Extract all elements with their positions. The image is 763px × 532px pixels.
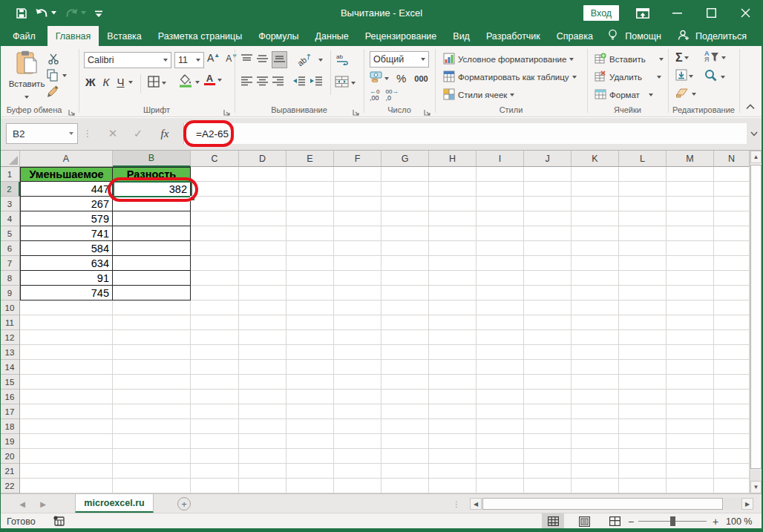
delete-cells-button[interactable]: Удалить: [595, 70, 663, 84]
number-format-dropdown-icon[interactable]: [421, 58, 425, 61]
sheet-tab-active[interactable]: microexcel.ru: [75, 494, 154, 513]
scroll-up-icon[interactable]: ▲: [750, 151, 762, 163]
cell-A6[interactable]: 584: [20, 241, 113, 256]
cell-A2[interactable]: 447: [20, 182, 113, 197]
underline-button[interactable]: Ч: [117, 76, 124, 88]
column-header-J[interactable]: J: [524, 151, 572, 167]
format-painter-icon[interactable]: [47, 85, 59, 101]
sheet-nav-left-icon[interactable]: ◀: [16, 494, 29, 513]
scroll-down-icon[interactable]: ▼: [750, 481, 762, 493]
cell-A4[interactable]: 579: [20, 211, 113, 226]
find-dropdown-icon[interactable]: [721, 76, 725, 79]
cell-B3[interactable]: [113, 197, 191, 211]
expand-formula-bar-icon[interactable]: [747, 127, 761, 140]
alignment-dialog-launcher-icon[interactable]: [353, 106, 360, 114]
assistant-tab[interactable]: Помощн: [625, 31, 661, 42]
row-header-13[interactable]: 13: [0, 345, 20, 360]
cell-A3[interactable]: 267: [20, 197, 113, 211]
percent-style-button[interactable]: %: [396, 72, 406, 85]
row-header-14[interactable]: 14: [0, 360, 20, 375]
increase-indent-icon[interactable]: [310, 76, 322, 89]
format-as-table-button[interactable]: Форматировать как таблицу: [443, 70, 577, 84]
orientation-dropdown-icon[interactable]: [318, 59, 323, 62]
column-header-L[interactable]: L: [619, 151, 667, 167]
cut-icon[interactable]: [48, 53, 60, 68]
paste-button[interactable]: Вставить: [12, 50, 42, 105]
ribbon-tab[interactable]: Вид: [445, 26, 478, 46]
row-header-10[interactable]: 10: [0, 301, 20, 315]
conditional-formatting-button[interactable]: Условное форматирование: [443, 53, 574, 66]
font-name-combo[interactable]: Calibri: [84, 52, 171, 68]
tabbar-splitter[interactable]: ⋮: [453, 497, 459, 510]
ribbon-tab[interactable]: Разметка страницы: [150, 26, 250, 46]
name-box[interactable]: B2: [6, 123, 78, 144]
cell-B9[interactable]: [113, 286, 191, 301]
row-header-21[interactable]: 21: [0, 464, 20, 479]
ribbon-tab[interactable]: Рецензирование: [357, 26, 445, 46]
italic-button[interactable]: К: [103, 76, 110, 88]
fill-handle[interactable]: [190, 196, 195, 201]
wrap-text-icon[interactable]: ab: [336, 53, 349, 68]
vertical-scrollbar[interactable]: ▲ ▼: [750, 151, 762, 493]
scroll-right-icon[interactable]: ▶: [741, 498, 753, 510]
name-box-dropdown-icon[interactable]: [69, 132, 73, 135]
maximize-button[interactable]: [698, 0, 724, 26]
row-header-20[interactable]: 20: [0, 449, 20, 464]
insert-function-icon[interactable]: fx: [154, 123, 175, 144]
align-top-icon[interactable]: [241, 53, 252, 67]
row-header-11[interactable]: 11: [0, 315, 20, 330]
row-header-7[interactable]: 7: [0, 256, 20, 271]
decrease-indent-icon[interactable]: [292, 76, 305, 89]
sort-filter-icon[interactable]: А Я: [704, 51, 719, 64]
fill-down-dropdown-icon[interactable]: [689, 75, 693, 78]
font-dialog-launcher-icon[interactable]: [223, 106, 231, 114]
grid-area[interactable]: УменьшаемоеРазность447382267579741584634…: [20, 167, 750, 493]
cell-B7[interactable]: [113, 256, 191, 271]
row-header-8[interactable]: 8: [0, 271, 20, 286]
insert-cells-button[interactable]: Вставить: [595, 53, 663, 66]
paste-dropdown-icon[interactable]: [24, 96, 29, 99]
font-size-combo[interactable]: 11: [174, 52, 204, 68]
copy-icon[interactable]: [47, 69, 59, 85]
cell-B1[interactable]: Разность: [113, 167, 191, 182]
column-header-D[interactable]: D: [239, 151, 286, 167]
autosum-dropdown-icon[interactable]: [684, 56, 689, 59]
borders-icon[interactable]: [148, 76, 160, 91]
view-page-break-icon[interactable]: [603, 513, 626, 529]
ribbon-tab[interactable]: Справка: [548, 26, 601, 46]
bold-button[interactable]: Ж: [85, 76, 96, 88]
sheet-nav-right-icon[interactable]: ▶: [36, 494, 50, 513]
clipboard-dialog-launcher-icon[interactable]: [68, 106, 76, 114]
ribbon-tab[interactable]: Формулы: [250, 26, 307, 46]
view-page-layout-icon[interactable]: [573, 513, 595, 529]
row-header-3[interactable]: 3: [0, 197, 20, 211]
align-left-icon[interactable]: [241, 76, 252, 89]
font-color-dropdown-icon[interactable]: [217, 79, 222, 82]
ribbon-tab[interactable]: Главная: [48, 26, 99, 46]
cell-styles-button[interactable]: Стили ячеек: [443, 88, 514, 102]
cell-B4[interactable]: [113, 211, 191, 226]
cell-B8[interactable]: [113, 271, 191, 286]
fill-down-icon[interactable]: [675, 69, 687, 84]
cell-A5[interactable]: 741: [20, 226, 113, 241]
decrease-decimal-icon[interactable]: 00→,0: [385, 88, 399, 101]
align-center-icon[interactable]: [257, 76, 268, 89]
row-header-4[interactable]: 4: [0, 211, 20, 226]
select-all-corner[interactable]: [0, 151, 20, 167]
ribbon-display-options-icon[interactable]: [629, 0, 656, 26]
ribbon-tab[interactable]: Данные: [307, 26, 357, 46]
column-header-C[interactable]: C: [191, 151, 239, 167]
zoom-in-icon[interactable]: +: [710, 513, 721, 529]
row-header-16[interactable]: 16: [0, 390, 20, 404]
view-normal-icon[interactable]: [542, 513, 564, 529]
align-bottom-icon[interactable]: [272, 52, 286, 68]
align-middle-icon[interactable]: [257, 53, 268, 67]
cancel-icon[interactable]: ✕: [102, 123, 123, 144]
zoom-level-label[interactable]: 100 %: [726, 513, 752, 529]
comma-style-button[interactable]: 000: [414, 74, 428, 83]
increase-decimal-icon[interactable]: ←0,00: [370, 88, 379, 101]
ribbon-tab[interactable]: Разработчик: [478, 26, 548, 46]
share-tab[interactable]: Поделиться: [695, 31, 747, 42]
row-header-1[interactable]: 1: [0, 167, 20, 182]
row-header-18[interactable]: 18: [0, 419, 20, 434]
